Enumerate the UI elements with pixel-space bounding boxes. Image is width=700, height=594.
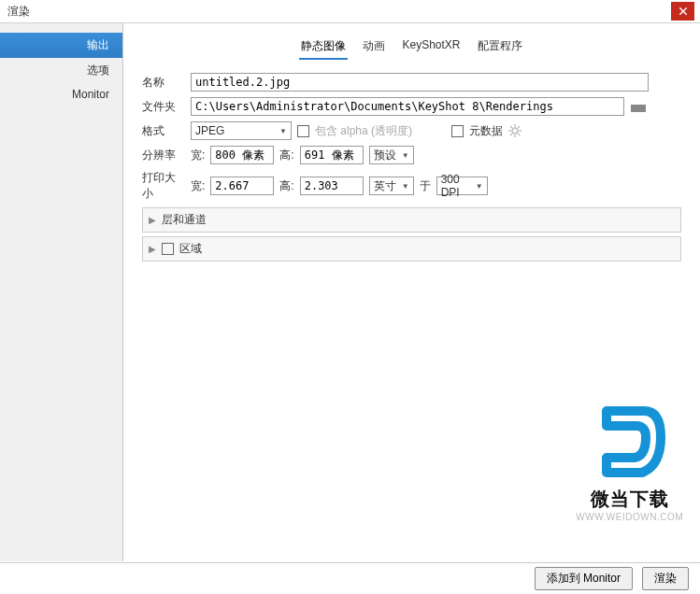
folder-input[interactable] [191, 97, 624, 116]
at-label: 于 [420, 178, 431, 194]
row-name: 名称 [142, 73, 681, 92]
sidebar-item-monitor[interactable]: Monitor [0, 83, 122, 106]
watermark-text: 微当下载 [576, 487, 683, 512]
width-label-1: 宽: [191, 148, 205, 163]
unit-value: 英寸 [374, 178, 396, 194]
res-width-input[interactable] [210, 146, 274, 164]
alpha-label: 包含 alpha (透明度) [315, 123, 412, 139]
row-format: 格式 JPEG ▼ 包含 alpha (透明度) 元数据 [142, 121, 681, 140]
tab-keyshotxr[interactable]: KeyShotXR [400, 35, 462, 60]
resolution-label: 分辨率 [142, 148, 185, 163]
svg-line-8 [510, 134, 512, 135]
dpi-value: 300 DPI [441, 173, 476, 199]
watermark-logo-icon [588, 400, 672, 484]
folder-label: 文件夹 [142, 99, 185, 115]
tab-configurator[interactable]: 配置程序 [476, 35, 524, 60]
gear-icon[interactable] [508, 124, 521, 137]
close-icon [679, 7, 687, 15]
chevron-right-icon: ▶ [149, 215, 156, 225]
svg-point-0 [512, 128, 518, 134]
height-label-1: 高: [279, 148, 293, 163]
watermark: 微当下载 WWW.WEIDOWN.COM [576, 400, 683, 522]
chevron-down-icon: ▼ [279, 127, 287, 135]
row-resolution: 分辨率 宽: 高: 预设 ▼ [142, 146, 681, 164]
titlebar: 渲染 [0, 0, 700, 23]
dpi-select[interactable]: 300 DPI ▼ [436, 177, 488, 195]
section-region-label: 区域 [179, 241, 202, 257]
name-label: 名称 [142, 75, 185, 91]
format-label: 格式 [142, 123, 185, 139]
height-label-2: 高: [279, 178, 293, 194]
name-input[interactable] [191, 73, 649, 92]
sidebar: 输出 选项 Monitor [0, 23, 123, 561]
preset-select[interactable]: 预设 ▼ [369, 146, 414, 164]
close-button[interactable] [671, 2, 694, 21]
metadata-label: 元数据 [469, 123, 503, 139]
sidebar-item-options[interactable]: 选项 [0, 58, 122, 83]
region-checkbox[interactable] [162, 243, 174, 255]
row-printsize: 打印大小 宽: 高: 英寸 ▼ 于 300 DPI ▼ [142, 170, 681, 202]
folder-icon[interactable] [630, 100, 647, 113]
content-panel: 静态图像 动画 KeyShotXR 配置程序 名称 文件夹 格式 JPEG ▼ … [123, 23, 700, 561]
footer: 添加到 Monitor 渲染 [0, 562, 700, 594]
chevron-down-icon: ▼ [402, 151, 409, 160]
format-select[interactable]: JPEG ▼ [191, 121, 292, 140]
res-height-input[interactable] [300, 146, 364, 164]
svg-line-5 [510, 126, 512, 128]
format-value: JPEG [195, 124, 224, 137]
chevron-down-icon: ▼ [402, 182, 409, 191]
section-layers-label: 层和通道 [162, 212, 207, 228]
section-layers[interactable]: ▶ 层和通道 [142, 207, 681, 233]
sidebar-item-output[interactable]: 输出 [0, 33, 122, 58]
row-folder: 文件夹 [142, 97, 681, 116]
print-height-input[interactable] [300, 177, 364, 195]
main-area: 输出 选项 Monitor 静态图像 动画 KeyShotXR 配置程序 名称 … [0, 23, 700, 561]
metadata-checkbox[interactable] [451, 125, 464, 137]
tab-animation[interactable]: 动画 [361, 35, 387, 60]
print-label: 打印大小 [142, 170, 185, 202]
preset-value: 预设 [374, 148, 396, 163]
add-to-monitor-button[interactable]: 添加到 Monitor [535, 567, 633, 590]
tabs: 静态图像 动画 KeyShotXR 配置程序 [142, 35, 681, 60]
chevron-down-icon: ▼ [476, 182, 483, 191]
width-label-2: 宽: [191, 178, 205, 194]
unit-select[interactable]: 英寸 ▼ [369, 177, 414, 195]
window-title: 渲染 [7, 4, 30, 20]
chevron-right-icon: ▶ [149, 244, 156, 254]
tab-static-image[interactable]: 静态图像 [299, 35, 348, 60]
print-width-input[interactable] [210, 177, 274, 195]
render-button[interactable]: 渲染 [642, 567, 689, 590]
watermark-url: WWW.WEIDOWN.COM [576, 512, 683, 522]
section-region[interactable]: ▶ 区域 [142, 236, 681, 262]
svg-line-7 [518, 126, 520, 128]
alpha-checkbox [297, 125, 309, 137]
svg-line-6 [518, 134, 520, 135]
